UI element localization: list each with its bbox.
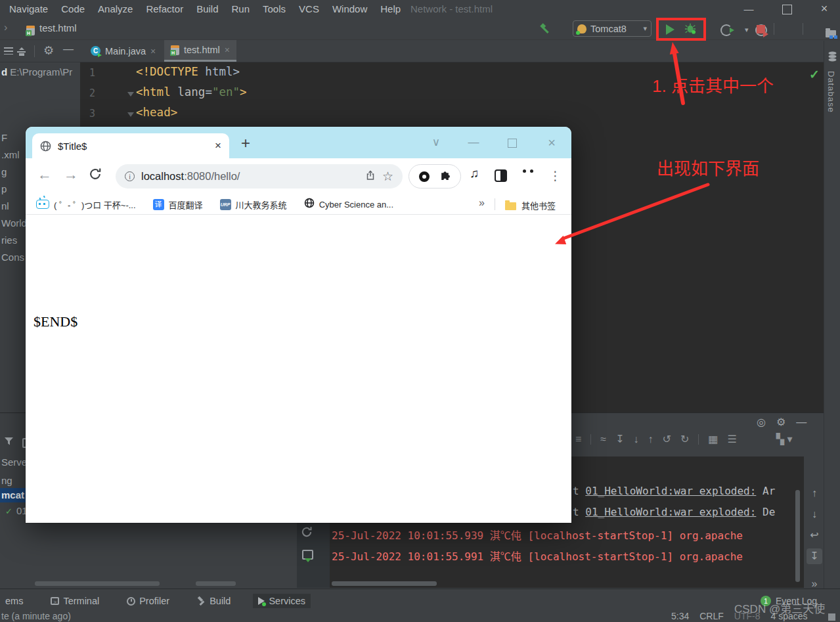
dark-mode-extension-icon[interactable] xyxy=(495,169,507,182)
build-hammer-icon[interactable] xyxy=(539,22,550,37)
run-with-coverage-icon[interactable] xyxy=(720,24,732,36)
site-info-icon[interactable]: i xyxy=(125,171,135,181)
browser-title-bar[interactable]: $Title$ × + ∨ — × xyxy=(26,127,571,158)
database-icon xyxy=(828,51,837,66)
tab-label: test.html xyxy=(184,45,220,55)
extensions-container xyxy=(409,164,461,189)
code-token: html> xyxy=(205,65,240,78)
console-line: t 01_HelloWorld:war exploded: Ar xyxy=(573,485,775,497)
hide-panel-icon[interactable]: — xyxy=(63,43,74,55)
globe-favicon xyxy=(40,141,51,152)
menu-item-run[interactable]: Run xyxy=(225,0,257,18)
url-text[interactable]: localhost:8080/hello/ xyxy=(141,170,359,183)
code-token: <head> xyxy=(136,106,177,119)
browser-maximize-button[interactable] xyxy=(508,139,517,148)
console-artifact-link[interactable]: 01_HelloWorld:war exploded: xyxy=(585,506,756,518)
tool-window-button-build[interactable]: Build xyxy=(192,594,236,608)
menu-item-refactor[interactable]: Refactor xyxy=(139,0,190,18)
menu-item-window[interactable]: Window xyxy=(326,0,374,18)
close-icon[interactable]: × xyxy=(150,46,156,56)
debug-button[interactable] xyxy=(684,22,696,37)
tab-test-html[interactable]: test.html × xyxy=(164,40,236,62)
tab-main-java[interactable]: C Main.java × xyxy=(84,40,162,62)
playlist-extension-icon[interactable]: ♫ xyxy=(470,166,479,181)
bookmark-item[interactable]: 译百度翻译 xyxy=(153,198,203,211)
tomcat-icon xyxy=(577,24,586,33)
scroll-from-source-icon[interactable] xyxy=(4,47,13,55)
run-configuration-label: Tomcat8 xyxy=(590,24,639,34)
scroll-down-icon[interactable]: ↓ xyxy=(807,506,822,522)
memory-indicator[interactable] xyxy=(828,613,835,621)
browser-page-content[interactable]: $END$ xyxy=(26,215,571,523)
html-file-icon xyxy=(26,26,35,35)
ide-navbar-row: › test.html Tomcat8 ▾ ▾ xyxy=(0,18,840,40)
project-root-item[interactable]: d E:\Program\Pr xyxy=(1,66,72,78)
browser-minimize-button[interactable]: — xyxy=(464,127,483,158)
window-maximize-button[interactable] xyxy=(782,5,792,14)
fold-marker-icon[interactable] xyxy=(127,92,134,97)
bookmark-item[interactable]: ( ゜- ゜)つロ 干杯~-... xyxy=(36,198,136,211)
profiler-chevron-icon[interactable]: ▾ xyxy=(745,26,749,34)
bookmark-star-icon[interactable]: ☆ xyxy=(382,169,393,184)
menu-item-analyze[interactable]: Analyze xyxy=(91,0,139,18)
baidu-icon: 译 xyxy=(153,199,164,210)
other-bookmarks-label[interactable]: 其他书签 xyxy=(521,199,556,211)
menu-item-vcs[interactable]: VCS xyxy=(292,0,326,18)
menu-item-code[interactable]: Code xyxy=(55,0,91,18)
close-icon[interactable]: × xyxy=(225,45,230,55)
update-application-icon[interactable] xyxy=(826,30,836,37)
extension-o-icon[interactable] xyxy=(419,171,430,182)
browser-tab[interactable]: $Title$ × xyxy=(32,133,229,158)
vertical-scrollbar[interactable] xyxy=(795,490,800,582)
bookmark-items: ( ゜- ゜)つロ 干杯~-...译百度翻译URP川大教务系统Cyber Sci… xyxy=(36,194,393,214)
collapse-all-icon[interactable] xyxy=(17,47,26,56)
gear-icon[interactable]: ⚙ xyxy=(43,43,54,58)
run-button[interactable] xyxy=(666,24,674,35)
window-close-button[interactable]: × xyxy=(814,0,834,18)
scroll-to-end-icon[interactable]: ↧ xyxy=(807,548,822,564)
forward-icon[interactable]: → xyxy=(64,166,78,183)
menu-item-help[interactable]: Help xyxy=(374,0,407,18)
soft-wrap-icon[interactable]: ↩ xyxy=(807,527,822,543)
bookmark-item[interactable]: URP川大教务系统 xyxy=(220,198,287,211)
project-root-path: E:\Program\Pr xyxy=(10,66,72,78)
bookmarks-divider xyxy=(495,198,495,210)
console-artifact-link[interactable]: 01_HelloWorld:war exploded: xyxy=(585,485,756,497)
window-minimize-button[interactable]: — xyxy=(739,0,759,18)
line-separator-widget[interactable]: CRLF xyxy=(699,611,724,621)
menu-item-tools[interactable]: Tools xyxy=(256,0,292,18)
address-bar[interactable]: i localhost:8080/hello/ ☆ xyxy=(116,164,403,189)
browser-menu-icon[interactable]: ⋮ xyxy=(549,168,562,183)
browser-close-button[interactable]: × xyxy=(542,127,562,158)
share-icon[interactable] xyxy=(365,170,376,183)
menu-item-navigate[interactable]: Navigate xyxy=(3,0,55,18)
new-tab-button[interactable]: + xyxy=(241,134,250,152)
extensions-puzzle-icon[interactable] xyxy=(439,169,451,183)
back-icon[interactable]: ← xyxy=(37,166,52,183)
horizontal-scrollbar[interactable] xyxy=(332,581,437,586)
tab-search-chevron-icon[interactable]: ∨ xyxy=(426,127,446,158)
run-configuration-select[interactable]: Tomcat8 ▾ xyxy=(573,20,652,37)
tool-window-button-profiler[interactable]: Profiler xyxy=(122,594,175,608)
editor-tabs-row: ⚙ — C Main.java × test.html × xyxy=(0,40,840,62)
console-line: t 01_HelloWorld:war exploded: De xyxy=(573,506,775,518)
bookmarks-overflow-icon[interactable]: » xyxy=(479,197,485,209)
tool-window-button-services[interactable]: Services xyxy=(253,594,311,608)
horizontal-scrollbar[interactable] xyxy=(35,581,160,586)
bookmark-item[interactable]: Cyber Science an... xyxy=(304,198,393,211)
reload-icon[interactable] xyxy=(89,167,102,183)
tab-close-icon[interactable]: × xyxy=(215,139,221,152)
menu-item-build[interactable]: Build xyxy=(190,0,225,18)
console-text: t xyxy=(573,485,585,497)
tool-window-button-terminal[interactable]: >Terminal xyxy=(45,594,104,608)
screenshot-root: NavigateCodeAnalyzeRefactorBuildRunTools… xyxy=(0,0,840,622)
fold-marker-icon[interactable] xyxy=(127,112,134,117)
console-text: De xyxy=(756,506,775,518)
stop-button[interactable] xyxy=(757,25,765,33)
tool-window-button-ems[interactable]: ems xyxy=(0,594,28,608)
scroll-up-icon[interactable]: ↑ xyxy=(807,485,822,501)
horizontal-scrollbar[interactable] xyxy=(196,581,236,586)
caret-position-widget[interactable]: 5:34 xyxy=(671,611,689,621)
tool-stripe-database[interactable]: Database xyxy=(826,71,836,113)
breadcrumb[interactable]: test.html xyxy=(39,22,77,33)
